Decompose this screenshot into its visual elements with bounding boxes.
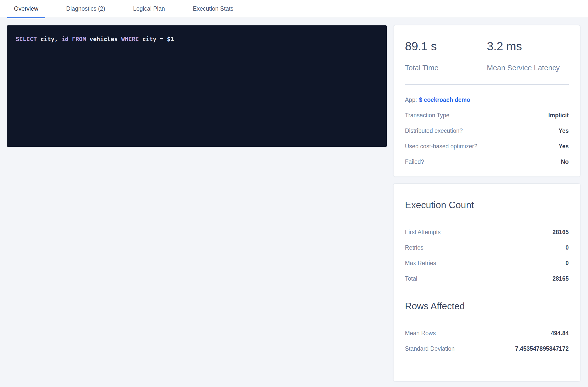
- cost-based-optimizer-value: Yes: [559, 143, 569, 150]
- total-label: Total: [405, 275, 417, 282]
- execution-count-section: Execution Count First Attempts 28165 Ret…: [405, 200, 569, 282]
- standard-deviation-row: Standard Deviation 7.453547895847172: [405, 345, 569, 352]
- standard-deviation-label: Standard Deviation: [405, 345, 455, 352]
- sql-token-predicate: city = $1: [142, 36, 174, 42]
- transaction-type-value: Implicit: [548, 112, 569, 119]
- statement-overview-content: SELECT city, id FROM vehicles WHERE city…: [0, 18, 588, 381]
- app-label: App:: [405, 96, 417, 103]
- sql-statement-text: SELECT city, id FROM vehicles WHERE city…: [16, 35, 378, 43]
- max-retries-label: Max Retries: [405, 260, 436, 267]
- cost-based-optimizer-row: Used cost-based optimizer? Yes: [405, 143, 569, 150]
- execution-count-title: Execution Count: [405, 200, 569, 211]
- execution-count-rows: First Attempts 28165 Retries 0 Max Retri…: [405, 229, 569, 282]
- mean-service-latency-stat: 3.2 ms Mean Service Latency: [487, 39, 569, 72]
- execution-count-card: Execution Count First Attempts 28165 Ret…: [394, 184, 580, 381]
- standard-deviation-value: 7.453547895847172: [515, 345, 569, 352]
- rows-affected-title: Rows Affected: [405, 301, 569, 312]
- sql-token-from: FROM: [72, 36, 90, 42]
- app-link[interactable]: $ cockroach demo: [419, 96, 470, 103]
- mean-rows-value: 494.84: [551, 330, 569, 337]
- app-row: App:$ cockroach demo: [405, 96, 569, 103]
- cost-based-optimizer-label: Used cost-based optimizer?: [405, 143, 477, 150]
- distributed-execution-value: Yes: [559, 127, 569, 134]
- mean-rows-row: Mean Rows 494.84: [405, 330, 569, 337]
- failed-row: Failed? No: [405, 158, 569, 165]
- tab-execution-stats[interactable]: Execution Stats: [186, 0, 240, 18]
- total-value: 28165: [552, 275, 569, 282]
- mean-service-latency-value: 3.2 ms: [487, 39, 569, 53]
- retries-row: Retries 0: [405, 244, 569, 251]
- summary-stats-grid: 89.1 s Total Time 3.2 ms Mean Service La…: [405, 39, 569, 72]
- rows-affected-rows: Mean Rows 494.84 Standard Deviation 7.45…: [405, 330, 569, 352]
- tab-overview[interactable]: Overview: [7, 0, 45, 18]
- mean-rows-label: Mean Rows: [405, 330, 436, 337]
- transaction-type-row: Transaction Type Implicit: [405, 112, 569, 119]
- sql-token-select: SELECT: [16, 36, 40, 42]
- retries-value: 0: [565, 244, 569, 251]
- statement-details-tabbar: Overview Diagnostics (2) Logical Plan Ex…: [0, 0, 588, 18]
- rows-affected-section: Rows Affected Mean Rows 494.84 Standard …: [405, 301, 569, 352]
- failed-value: No: [561, 158, 569, 165]
- transaction-type-label: Transaction Type: [405, 112, 449, 119]
- retries-label: Retries: [405, 244, 423, 251]
- failed-label: Failed?: [405, 158, 424, 165]
- sql-statement-box: SELECT city, id FROM vehicles WHERE city…: [7, 25, 387, 147]
- sql-token-where: WHERE: [121, 36, 142, 42]
- total-time-stat: 89.1 s Total Time: [405, 39, 487, 72]
- max-retries-value: 0: [565, 260, 569, 267]
- distributed-execution-row: Distributed execution? Yes: [405, 127, 569, 134]
- sql-token-columns: city,: [40, 36, 61, 42]
- sql-token-id: id: [61, 36, 72, 42]
- first-attempts-value: 28165: [552, 229, 569, 236]
- statement-stats-column: 89.1 s Total Time 3.2 ms Mean Service La…: [394, 25, 580, 381]
- summary-divider: [405, 84, 569, 85]
- counts-divider: [405, 291, 569, 291]
- summary-card: 89.1 s Total Time 3.2 ms Mean Service La…: [394, 25, 580, 176]
- tab-logical-plan[interactable]: Logical Plan: [126, 0, 172, 18]
- summary-detail-rows: App:$ cockroach demo Transaction Type Im…: [405, 96, 569, 165]
- first-attempts-row: First Attempts 28165: [405, 229, 569, 236]
- first-attempts-label: First Attempts: [405, 229, 441, 236]
- total-time-label: Total Time: [405, 64, 487, 72]
- total-time-value: 89.1 s: [405, 39, 487, 53]
- tab-diagnostics[interactable]: Diagnostics (2): [59, 0, 112, 18]
- max-retries-row: Max Retries 0: [405, 260, 569, 267]
- mean-service-latency-label: Mean Service Latency: [487, 64, 569, 72]
- distributed-execution-label: Distributed execution?: [405, 127, 463, 134]
- sql-token-table: vehicles: [90, 36, 121, 42]
- total-row: Total 28165: [405, 275, 569, 282]
